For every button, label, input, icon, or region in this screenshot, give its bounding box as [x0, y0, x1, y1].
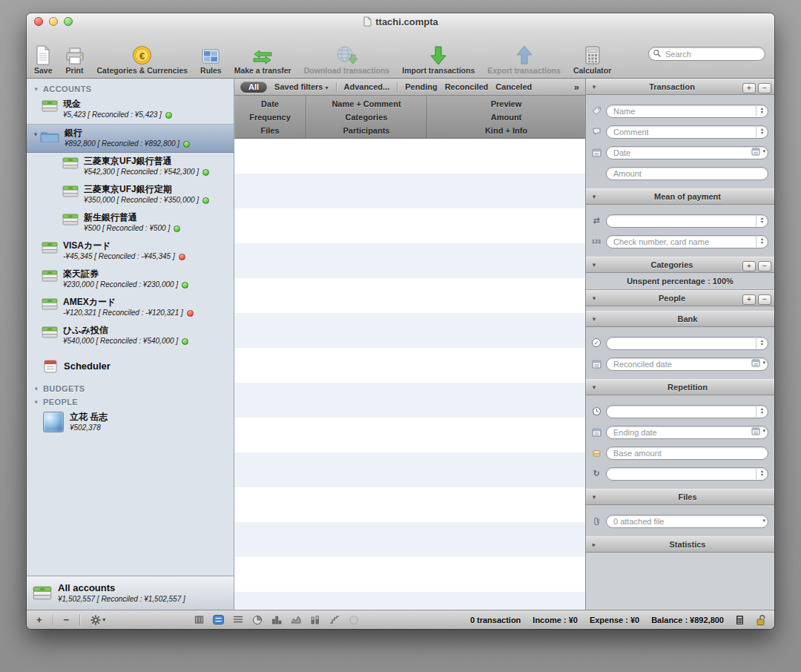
list-view-selected-icon[interactable] [213, 615, 224, 625]
area-chart-icon[interactable] [291, 615, 301, 625]
remove-category-button[interactable]: − [758, 261, 771, 271]
sidebar-item-scheduler[interactable]: Scheduler [27, 355, 234, 378]
repetition-input[interactable] [606, 405, 768, 418]
saved-filters-dropdown[interactable]: Saved filters▾ [274, 82, 328, 91]
sidebar-item-ufj-ordinary[interactable]: 三菱東京UFJ銀行普通 ¥542,300 [ Reconciled : ¥542… [27, 153, 234, 181]
advanced-filter-button[interactable]: Advanced... [344, 82, 390, 91]
base-amount-field[interactable] [606, 446, 768, 459]
remove-person-button[interactable]: − [758, 294, 771, 305]
categories-currencies-button[interactable]: Categories & Currencies [97, 45, 188, 75]
repeat-mode-combo[interactable]: ▴▾ [606, 467, 768, 480]
amount-field[interactable] [606, 166, 768, 179]
sidebar-item-hifumi[interactable]: ひふみ投信 ¥540,000 [ Reconciled : ¥540,000 ] [27, 322, 234, 350]
disclosure-down-icon: ▾ [590, 383, 598, 391]
section-statistics[interactable]: ▸ Statistics [586, 536, 774, 553]
date-input[interactable] [606, 146, 768, 159]
column-header-date[interactable]: DateFrequencyFiles [234, 96, 306, 138]
all-accounts-summary[interactable]: All accounts ¥1,502,557 [ Reconciled : ¥… [27, 576, 234, 610]
section-files[interactable]: ▾ Files [586, 489, 774, 505]
date-field[interactable]: ▾ [606, 145, 768, 159]
bank-disclosure-icon[interactable]: ▾ [31, 131, 40, 138]
search-field[interactable] [648, 47, 765, 61]
minimize-button[interactable] [49, 17, 58, 26]
repetition-combo[interactable]: ▴▾ [606, 404, 768, 418]
transaction-table-body[interactable] [234, 139, 585, 610]
table-view-icon[interactable] [233, 615, 243, 625]
payment-mean-combo[interactable]: ▴▾ [606, 214, 768, 227]
base-amount-input[interactable] [606, 447, 768, 460]
bar-chart-icon[interactable] [271, 615, 282, 625]
section-repetition[interactable]: ▾ Repetition [586, 379, 774, 395]
check-number-input[interactable] [606, 235, 768, 248]
section-mean-of-payment[interactable]: ▾ Mean of payment [586, 188, 774, 205]
sidebar-item-visa[interactable]: VISAカード -¥45,345 [ Reconciled : -¥45,345… [27, 237, 234, 266]
zoom-button[interactable] [64, 17, 73, 26]
make-transfer-button[interactable]: Make a transfer [234, 45, 291, 75]
amount-input[interactable] [606, 167, 768, 180]
add-person-button[interactable]: + [742, 294, 756, 305]
lock-icon[interactable] [756, 614, 767, 626]
comment-input[interactable] [606, 125, 768, 139]
filter-reconciled-toggle[interactable]: Reconciled [445, 82, 489, 91]
people-disclosure-icon[interactable]: ▾ [33, 398, 40, 406]
stacked-chart-icon[interactable] [310, 615, 320, 625]
repeat-mode-input[interactable] [606, 467, 768, 481]
remove-row-button[interactable]: − [60, 614, 73, 625]
attached-files-dropdown[interactable]: ▾ [606, 514, 768, 527]
add-row-button[interactable]: + [33, 614, 46, 625]
filter-all-button[interactable]: All [240, 82, 267, 93]
save-button[interactable]: Save [34, 45, 53, 75]
search-input[interactable] [648, 47, 765, 61]
section-transaction[interactable]: ▾ Transaction +− [586, 79, 774, 95]
title-bar[interactable]: ttachi.compta [27, 13, 774, 30]
sidebar-item-bank[interactable]: ▾ 銀行 ¥892,800 [ Reconciled : ¥892,800 ] [27, 124, 234, 153]
payment-mean-input[interactable] [606, 214, 768, 228]
section-people[interactable]: ▾ People +− [586, 290, 774, 306]
reconciled-date-input[interactable] [606, 358, 768, 371]
name-combo[interactable]: ▴▾ [606, 104, 768, 117]
action-gear-button[interactable]: ▾ [87, 615, 109, 625]
ending-date-input[interactable] [606, 426, 768, 439]
calendar-popup-icon[interactable]: ▾ [751, 147, 765, 156]
import-transactions-button[interactable]: Import transactions [402, 45, 475, 75]
comment-combo[interactable]: ▴▾ [606, 125, 768, 138]
calendar-popup-icon[interactable]: ▾ [751, 426, 765, 435]
accounts-disclosure-icon[interactable]: ▾ [33, 85, 40, 93]
close-button[interactable] [34, 17, 43, 26]
attached-files-input[interactable] [606, 515, 768, 528]
accounts-header-label: ACCOUNTS [43, 85, 92, 93]
sidebar-item-person[interactable]: 立花 岳志 ¥502,378 [27, 409, 234, 436]
column-header-name[interactable]: Name + CommentCategoriesParticipants [306, 96, 427, 138]
add-category-button[interactable]: + [742, 261, 756, 271]
pie-chart-icon[interactable] [252, 615, 263, 625]
bank-status-combo[interactable]: ▴▾ [606, 336, 768, 349]
remove-transaction-button[interactable]: − [758, 83, 771, 93]
sidebar-item-cash[interactable]: 現金 ¥5,423 [ Reconciled : ¥5,423 ] [27, 96, 234, 124]
mini-calculator-icon[interactable] [736, 615, 744, 625]
overflow-chevron-icon[interactable]: » [574, 82, 579, 93]
budgets-disclosure-icon[interactable]: ▾ [33, 385, 40, 392]
filter-canceled-toggle[interactable]: Canceled [495, 82, 532, 91]
ending-date-field[interactable]: ▾ [606, 425, 768, 438]
step-chart-icon[interactable] [329, 615, 340, 625]
add-transaction-button[interactable]: + [742, 83, 756, 93]
sidebar-item-amex[interactable]: AMEXカード -¥120,321 [ Reconciled : -¥120,3… [27, 294, 234, 322]
section-categories[interactable]: ▾ Categories +− [586, 257, 774, 273]
sidebar-scroll-area[interactable]: ▾ ACCOUNTS 現金 ¥5,423 [ Reconciled : ¥5,4… [27, 79, 234, 576]
reconciled-date-field[interactable]: ▾ [606, 357, 768, 370]
sidebar-item-ufj-fixed[interactable]: 三菱東京UFJ銀行定期 ¥350,000 [ Reconciled : ¥350… [27, 181, 234, 209]
check-number-combo[interactable]: ▴▾ [606, 234, 768, 248]
disclosure-right-icon: ▸ [590, 541, 598, 548]
calendar-popup-icon[interactable]: ▾ [751, 358, 765, 367]
rules-button[interactable]: Rules [200, 45, 222, 75]
column-header-preview[interactable]: PreviewAmountKind + Info [427, 96, 585, 138]
sidebar-item-rakuten[interactable]: 楽天証券 ¥230,000 [ Reconciled : ¥230,000 ] [27, 266, 234, 294]
print-button[interactable]: Print [65, 45, 85, 75]
filter-pending-toggle[interactable]: Pending [405, 82, 437, 91]
section-bank[interactable]: ▾ Bank [586, 311, 774, 327]
calculator-button[interactable]: Calculator [573, 45, 611, 75]
columns-icon[interactable] [194, 615, 204, 625]
bank-status-input[interactable] [606, 337, 768, 350]
sidebar-item-shinsei[interactable]: 新生銀行普通 ¥500 [ Reconciled : ¥500 ] [27, 209, 234, 237]
name-input[interactable] [606, 105, 768, 118]
